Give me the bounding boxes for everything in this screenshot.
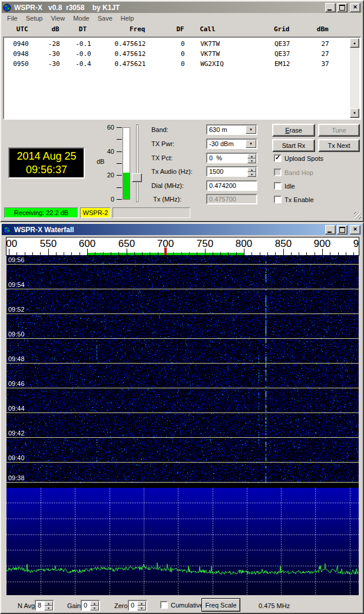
n-avg-spinner[interactable]: 8 — [35, 600, 54, 611]
tx-frequency-marker — [164, 247, 167, 255]
spectrum-graph — [6, 488, 359, 595]
scale-tick-label: 550 — [40, 238, 57, 250]
zero-label: Zero — [114, 602, 128, 609]
scale-tick-label: 900 — [314, 238, 330, 250]
gain-down-icon[interactable] — [90, 606, 99, 610]
minimize-button[interactable] — [325, 3, 336, 12]
signal-level-meter — [123, 127, 130, 200]
maximize-button[interactable] — [337, 225, 348, 235]
idle-box-icon[interactable] — [274, 182, 282, 190]
scroll-up-icon[interactable]: ▲ — [350, 38, 359, 48]
tx-mhz-input: 0.475700 — [206, 194, 257, 204]
spots-table: 0940 -28 -0.1 0.475612 0 VK7TW QE37 27 0… — [3, 37, 361, 120]
tx-pct-label: TX Pct: — [151, 154, 173, 161]
meter-tick-40: 40 — [101, 148, 114, 155]
band-dropdown-icon[interactable] — [246, 126, 256, 134]
dial-mhz-value: 0.474200 — [209, 182, 236, 189]
receiving-status-badge: Receiving: 22.2 dB — [4, 207, 78, 218]
freq-scale-button[interactable]: Freq Scale — [201, 598, 240, 612]
zero-value: 0 — [131, 602, 134, 609]
n-avg-up-icon[interactable] — [44, 601, 53, 606]
menu-bar: File Setup View Mode Save Help — [2, 13, 362, 24]
tx-enable-checkbox[interactable]: Tx Enable — [274, 196, 314, 203]
maximize-button[interactable] — [337, 3, 348, 12]
band-hop-box-icon — [274, 169, 282, 176]
app-globe-icon — [3, 226, 11, 234]
desktop: { "colors": { "window_chrome": "#d6d3ce"… — [0, 0, 364, 614]
menu-help[interactable]: Help — [117, 14, 138, 23]
tx-pct-down-icon[interactable] — [247, 159, 256, 163]
tx-audio-up-icon[interactable] — [247, 167, 256, 172]
close-button[interactable]: ✕ — [350, 225, 360, 235]
waterfall-window-title: WSPR-X Waterfall — [14, 226, 323, 234]
gain-spinner[interactable]: 0 — [81, 600, 100, 611]
table-row: 0948 -30 -0.0 0.475612 0 VK7TW QE37 27 — [5, 50, 329, 60]
tx-pwr-select[interactable]: -30 dBm — [206, 138, 257, 149]
start-rx-button[interactable]: Start Rx — [272, 139, 315, 152]
table-row: 0950 -30 -0.4 0.475621 0 WG2XIQ EM12 37 — [5, 60, 329, 70]
zero-down-icon[interactable] — [137, 606, 146, 610]
scale-tick-label: 500 — [6, 238, 17, 250]
mode-status-badge: WSPR-2 — [80, 207, 111, 218]
wspr-main-window: WSPR-X v0.8 r3058 by K1JT ✕ File Setup V… — [0, 0, 364, 222]
base-frequency-label: 0.475 MHz — [259, 602, 290, 609]
menu-save[interactable]: Save — [94, 14, 117, 23]
tx-pct-up-icon[interactable] — [247, 154, 256, 159]
upload-spots-label: Upload Spots — [284, 155, 323, 162]
zero-spinner[interactable]: 0 — [128, 600, 147, 611]
meter-slider-thumb[interactable] — [132, 173, 142, 182]
scale-tick-label: 650 — [118, 238, 135, 250]
tx-pwr-label: TX Pwr: — [151, 140, 174, 147]
dial-mhz-input[interactable]: 0.474200 — [206, 180, 257, 191]
table-scrollbar[interactable]: ▲ ▼ — [350, 38, 359, 118]
cumulative-box-icon[interactable] — [160, 601, 168, 609]
tx-audio-spinner[interactable]: 1500 — [206, 166, 257, 177]
close-button[interactable]: ✕ — [350, 3, 360, 12]
cumulative-checkbox[interactable]: Cumulative — [160, 601, 203, 609]
clock-time: 09:56:37 — [9, 163, 84, 177]
erase-button[interactable]: Erase — [272, 124, 315, 137]
tx-pct-spinner[interactable]: 0 % — [206, 153, 257, 163]
meter-unit-label: dB — [97, 158, 104, 165]
tx-audio-down-icon[interactable] — [247, 172, 256, 177]
waterfall-spectrum-divider — [6, 483, 359, 488]
band-select[interactable]: 630 m — [206, 124, 257, 135]
menu-mode[interactable]: Mode — [69, 14, 94, 23]
tx-enable-box-icon[interactable] — [274, 196, 282, 203]
tx-mhz-value: 0.475700 — [209, 196, 236, 203]
tx-audio-label: Tx Audio (Hz): — [151, 168, 193, 175]
tx-freq-label: Tx (MHz): — [153, 196, 181, 203]
upload-spots-checkmark-icon[interactable] — [274, 154, 282, 162]
n-avg-value: 8 — [38, 602, 41, 609]
spots-column-header: UTC dB DT Freq DF Call Grid dBm — [5, 25, 329, 33]
band-value: 630 m — [209, 126, 227, 133]
meter-green-fill — [123, 173, 130, 199]
zero-up-icon[interactable] — [137, 601, 146, 606]
scale-tick-label: 600 — [79, 238, 95, 250]
upload-spots-checkbox[interactable]: Upload Spots — [274, 154, 323, 162]
status-spacer-panel — [112, 207, 190, 218]
frequency-scale[interactable]: 500550600650700750800850900950 — [6, 237, 359, 256]
meter-tick-0: 0 — [101, 196, 114, 203]
scroll-down-icon[interactable]: ▼ — [350, 108, 359, 118]
n-avg-down-icon[interactable] — [44, 606, 53, 610]
main-title-bar[interactable]: WSPR-X v0.8 r3058 by K1JT ✕ — [2, 2, 362, 13]
meter-tick-marks — [117, 127, 122, 200]
meter-slider-track[interactable] — [136, 124, 138, 202]
band-label: Band: — [151, 126, 168, 133]
menu-setup[interactable]: Setup — [22, 14, 47, 23]
meter-tick-20: 20 — [101, 171, 114, 179]
menu-view[interactable]: View — [47, 14, 69, 23]
gain-up-icon[interactable] — [90, 601, 99, 606]
idle-checkbox[interactable]: Idle — [274, 182, 295, 190]
menu-file[interactable]: File — [3, 14, 22, 23]
tx-pwr-dropdown-icon[interactable] — [246, 140, 256, 148]
waterfall-title-bar[interactable]: WSPR-X Waterfall ✕ — [2, 224, 362, 235]
resize-grip[interactable] — [354, 212, 361, 219]
cumulative-label: Cumulative — [171, 602, 203, 609]
tx-next-button[interactable]: Tx Next — [318, 139, 360, 152]
minimize-button[interactable] — [325, 225, 336, 235]
scale-tick-label: 800 — [236, 238, 252, 250]
gain-value: 0 — [84, 602, 87, 609]
app-globe-icon — [3, 4, 11, 12]
